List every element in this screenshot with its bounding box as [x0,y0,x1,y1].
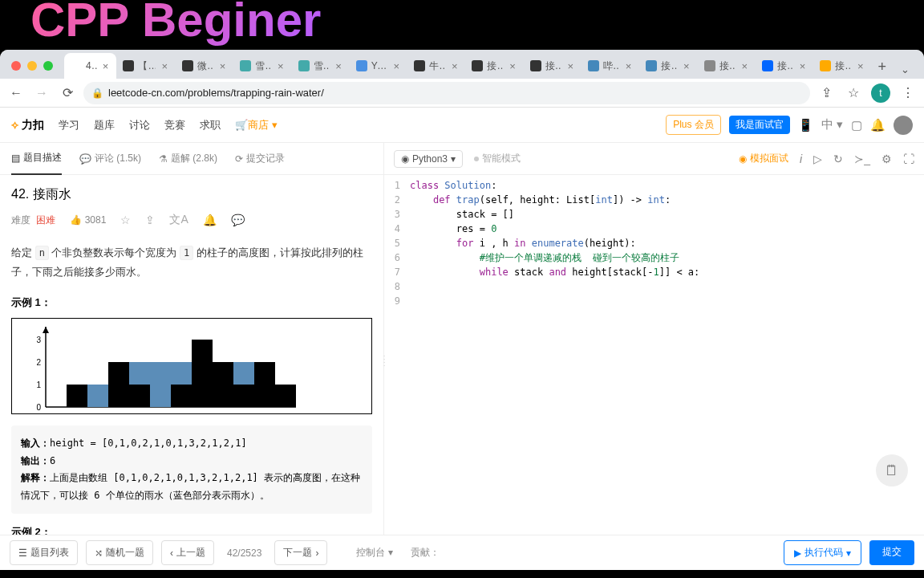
tab-favicon [71,60,82,71]
reset-icon[interactable]: ↻ [833,153,843,165]
interviewer-button[interactable]: 我是面试官 [729,116,790,134]
browser-tab[interactable]: 微软× [176,53,233,79]
notify-icon[interactable]: 🔔 [203,214,217,226]
svg-rect-15 [192,340,213,407]
tab-close-icon[interactable]: × [624,60,634,72]
leetcode-logo[interactable]: ⟡力扣 [11,118,44,132]
browser-tab[interactable]: 接雨× [465,53,523,79]
reload-button[interactable]: ⟳ [58,83,77,103]
language-toggle[interactable]: 中 ▾ [821,117,843,132]
back-button[interactable]: ← [6,83,26,103]
like-button[interactable]: 👍 3081 [70,214,107,226]
tab-submissions[interactable]: ⟳ 提交记录 [235,152,285,165]
submit-button[interactable]: 提交 [869,540,914,565]
fullscreen-icon[interactable]: ⛶ [903,153,914,165]
tab-solutions[interactable]: ⚗ 题解 (2.8k) [159,152,217,165]
tab-close-icon[interactable]: × [740,60,749,72]
browser-tab[interactable]: 牛客× [407,53,465,79]
tab-title: 接雨 [835,59,852,73]
tab-close-icon[interactable]: × [101,60,111,72]
tab-close-icon[interactable]: × [450,60,460,72]
notifications-icon[interactable]: 🔔 [870,118,886,132]
tab-description[interactable]: ▤ 题目描述 [11,143,62,175]
favorite-icon[interactable]: ☆ [120,214,131,226]
settings-icon[interactable]: ⚙ [881,153,892,165]
tab-close-icon[interactable]: × [276,60,286,72]
tab-comments[interactable]: 💬 评论 (1.5k) [79,152,141,165]
console-toggle[interactable]: 控制台 ▾ [351,546,397,560]
nav-learn[interactable]: 学习 [59,118,79,132]
svg-rect-19 [254,362,275,407]
prev-button[interactable]: ‹ 上一题 [161,540,214,565]
problem-list-button[interactable]: ☰ 题目列表 [10,540,78,565]
share-icon[interactable]: ⇪ [145,214,155,226]
minimize-window-button[interactable] [27,61,37,71]
user-avatar[interactable] [894,116,913,135]
playground-icon[interactable]: ▢ [851,118,862,132]
tab-close-icon[interactable]: × [565,60,575,72]
new-tab-button[interactable]: + [871,55,893,79]
plus-member-button[interactable]: Plus 会员 [666,115,721,135]
smart-mode-toggle[interactable]: 智能模式 [474,152,521,165]
nav-contest[interactable]: 竞赛 [164,118,185,132]
nav-shop[interactable]: 🛒商店 ▾ [235,118,278,132]
random-button[interactable]: ⤭ 随机一题 [86,540,153,565]
forward-button[interactable]: → [32,83,51,103]
bookmark-icon[interactable]: ☆ [844,83,863,103]
code-editor[interactable]: 1class Solution:2 def trap(self, height:… [384,175,924,311]
url-field[interactable]: 🔒 leetcode-cn.com/problems/trapping-rain… [83,82,810,104]
tab-close-icon[interactable]: × [218,60,228,72]
tab-title: 接雨 [545,59,562,73]
language-selector[interactable]: ◉ Python3 ▾ [394,150,463,168]
split-handle[interactable]: ···· [383,355,385,368]
browser-tab[interactable]: 42.× [64,53,116,79]
next-button[interactable]: 下一题 › [274,540,327,565]
translate-icon[interactable]: 文A [169,213,188,227]
nav-jobs[interactable]: 求职 [200,118,221,132]
browser-menu-icon[interactable]: ⋮ [898,83,918,103]
tab-favicon [182,60,193,71]
run-flag-icon[interactable]: ▷ [813,153,822,165]
tab-close-icon[interactable]: × [856,60,865,72]
browser-tab[interactable]: 哔哩× [582,53,639,79]
close-window-button[interactable] [11,61,21,71]
tab-close-icon[interactable]: × [392,60,402,72]
browser-tab[interactable]: 雪球× [233,53,291,79]
tab-close-icon[interactable]: × [798,60,808,72]
terminal-icon[interactable]: ≻_ [854,153,870,165]
svg-rect-7 [67,385,87,407]
problem-description: 给定 n 个非负整数表示每个宽度为 1 的柱子的高度图，计算按此排列的柱子，下雨… [11,243,372,281]
browser-tab[interactable]: 雪球× [292,53,350,79]
browser-tab[interactable]: 接雨× [524,53,582,79]
tab-close-icon[interactable]: × [508,60,517,72]
phone-icon[interactable]: 📱 [798,118,813,132]
browser-tab[interactable]: 接雨× [813,53,871,79]
tab-close-icon[interactable]: × [334,60,343,72]
tab-favicon [704,60,715,71]
nav-discuss[interactable]: 讨论 [129,118,150,132]
mock-interview-button[interactable]: ◉ 模拟面试 [739,152,788,165]
svg-rect-16 [213,362,233,407]
problem-subnav: ▤ 题目描述 💬 评论 (1.5k) ⚗ 题解 (2.8k) ⟳ 提交记录 ◉ … [0,143,924,175]
tab-favicon [530,60,541,71]
browser-tab[interactable]: Yu 2× [350,53,407,79]
maximize-window-button[interactable] [43,61,53,71]
share-icon[interactable]: ⇪ [817,83,836,103]
feedback-icon[interactable]: 💬 [231,214,245,226]
notes-fab[interactable]: 🗒 [876,454,908,486]
svg-rect-18 [233,385,254,407]
nav-problems[interactable]: 题库 [94,118,115,132]
browser-tab[interactable]: 【20× [116,53,176,79]
tab-close-icon[interactable]: × [160,60,169,72]
profile-avatar[interactable]: t [871,83,890,103]
svg-rect-17 [233,362,254,385]
example2-label: 示例 2： [11,525,372,535]
browser-tab[interactable]: 接雨× [639,53,697,79]
run-code-button[interactable]: ▶ 执行代码 ▾ [784,540,861,565]
info-icon[interactable]: i [800,153,802,165]
tab-close-icon[interactable]: × [682,60,691,72]
tab-overflow-button[interactable]: ⌄ [893,60,918,79]
browser-tab[interactable]: 接雨× [756,53,813,79]
svg-text:2: 2 [36,358,41,367]
browser-tab[interactable]: 接雨× [698,53,756,79]
